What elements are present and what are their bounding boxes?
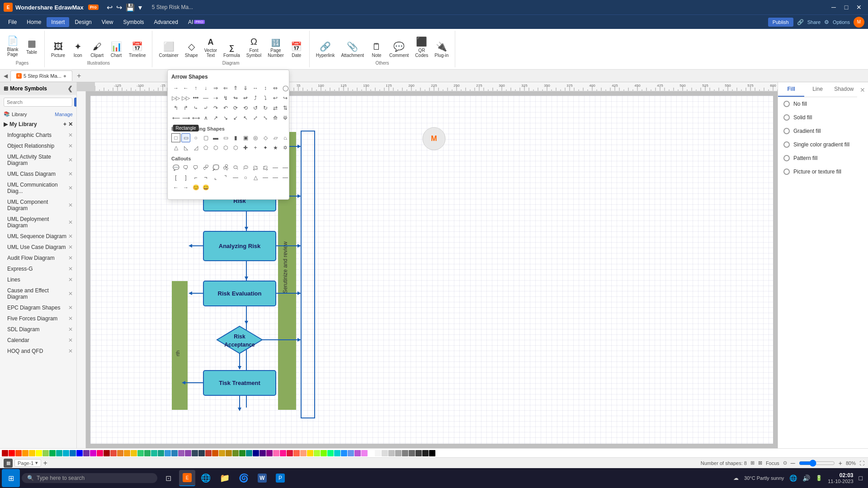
hoq-close[interactable]: ✕ bbox=[68, 348, 73, 354]
menu-ai[interactable]: AI PRO bbox=[184, 17, 209, 27]
arrow-9[interactable]: ↔ bbox=[251, 84, 260, 93]
menu-symbols[interactable]: Symbols bbox=[119, 17, 149, 27]
color-swatch-17[interactable] bbox=[117, 450, 123, 456]
callout-12[interactable]: — bbox=[281, 163, 290, 172]
sidebar-item-object-rel[interactable]: Object Relationship ✕ bbox=[0, 141, 76, 151]
arrow-33[interactable]: ↺ bbox=[251, 103, 260, 113]
arrow-18[interactable]: ↯ bbox=[221, 94, 230, 103]
arrow-1[interactable]: → bbox=[171, 84, 180, 93]
callout-18[interactable]: ⌝ bbox=[221, 173, 230, 182]
color-swatch-16[interactable] bbox=[110, 450, 117, 456]
color-swatch-24[interactable] bbox=[165, 450, 171, 456]
color-swatch-11[interactable] bbox=[76, 450, 83, 456]
color-swatch-53[interactable] bbox=[361, 450, 368, 456]
color-swatch-46[interactable] bbox=[314, 450, 320, 456]
infographic-close[interactable]: ✕ bbox=[68, 132, 73, 138]
color-swatch-26[interactable] bbox=[178, 450, 184, 456]
arrow-5[interactable]: ⇒ bbox=[211, 84, 220, 93]
local-backup-btn[interactable]: ▾ bbox=[137, 2, 143, 13]
callout-27[interactable]: 😊 bbox=[191, 183, 200, 192]
taskbar-edrawmax[interactable]: E bbox=[179, 470, 195, 486]
right-triangle-shape[interactable]: ◺ bbox=[181, 143, 190, 152]
options-btn[interactable]: Options bbox=[833, 19, 850, 25]
sidebar-item-uml-sequence[interactable]: UML Sequence Diagram ✕ bbox=[0, 231, 76, 242]
sidebar-item-five-forces[interactable]: Five Forces Diagram ✕ bbox=[0, 313, 76, 324]
color-swatch-45[interactable] bbox=[307, 450, 313, 456]
color-swatch-47[interactable] bbox=[321, 450, 327, 456]
star6-shape[interactable]: ✡ bbox=[281, 143, 290, 152]
callout-25[interactable]: ← bbox=[171, 183, 180, 192]
sdl-close[interactable]: ✕ bbox=[68, 326, 73, 333]
arrow-25[interactable]: ↰ bbox=[171, 103, 180, 113]
color-swatch-36[interactable] bbox=[246, 450, 252, 456]
sidebar-item-uml-class[interactable]: UML Class Diagram ✕ bbox=[0, 169, 76, 179]
color-swatch-55[interactable] bbox=[375, 450, 381, 456]
sidebar-item-lines[interactable]: Lines ✕ bbox=[0, 274, 76, 285]
arrow-45[interactable]: ⤢ bbox=[251, 113, 260, 122]
sidebar-item-uml-activity[interactable]: UML Activity State Diagram ✕ bbox=[0, 151, 76, 169]
icon-btn[interactable]: ✦ Icon bbox=[69, 39, 87, 60]
callout-13[interactable]: [ bbox=[171, 173, 180, 182]
color-swatch-18[interactable] bbox=[124, 450, 130, 456]
callout-28[interactable]: 😀 bbox=[201, 183, 210, 192]
rect-filled-shape[interactable]: ▭ Rectangle bbox=[181, 133, 190, 142]
chart-btn[interactable]: 📊 Chart bbox=[107, 39, 125, 60]
sidebar-item-calendar[interactable]: Calendar ✕ bbox=[0, 335, 76, 346]
lines-close[interactable]: ✕ bbox=[68, 277, 73, 283]
color-swatch-5[interactable] bbox=[36, 450, 42, 456]
shape-btn[interactable]: ◇ Shape bbox=[182, 39, 201, 60]
arrow-22[interactable]: ⤵ bbox=[261, 94, 270, 103]
color-swatch-52[interactable] bbox=[354, 450, 361, 456]
color-swatch-50[interactable] bbox=[341, 450, 347, 456]
task-view-btn[interactable]: ⊡ bbox=[159, 469, 177, 487]
triangle-shape[interactable]: △ bbox=[171, 143, 180, 152]
color-swatch-57[interactable] bbox=[388, 450, 395, 456]
actual-size-btn[interactable]: ⊙ bbox=[783, 460, 787, 466]
picture-texture-fill-option[interactable]: Picture or texture fill bbox=[778, 165, 868, 178]
view-toggle-btn[interactable]: ▦ bbox=[4, 459, 13, 468]
qr-codes-btn[interactable]: ⬛ QRCodes bbox=[412, 34, 431, 60]
parallelogram-shape[interactable]: ▱ bbox=[271, 133, 280, 142]
callout-23[interactable]: — bbox=[271, 173, 280, 182]
arrow-38[interactable]: ⟶ bbox=[181, 113, 190, 122]
color-swatch-3[interactable] bbox=[22, 450, 28, 456]
cross-shape[interactable]: ✚ bbox=[241, 143, 250, 152]
arrow-20[interactable]: ↫ bbox=[241, 94, 250, 103]
menu-file[interactable]: File bbox=[4, 17, 21, 27]
color-swatch-44[interactable] bbox=[300, 450, 307, 456]
callout-19[interactable]: — bbox=[231, 173, 240, 182]
color-swatch-13[interactable] bbox=[90, 450, 96, 456]
arrow-13[interactable]: ▷▷ bbox=[171, 94, 180, 103]
arrow-23[interactable]: ↩ bbox=[271, 94, 280, 103]
callout-22[interactable]: — bbox=[261, 173, 270, 182]
arrow-27[interactable]: ⤷ bbox=[191, 103, 200, 113]
color-swatch-54[interactable] bbox=[368, 450, 374, 456]
trapezoid-shape[interactable]: ⏢ bbox=[281, 133, 290, 142]
zoom-in-btn[interactable]: + bbox=[839, 460, 842, 467]
color-swatch-2[interactable] bbox=[15, 450, 22, 456]
arrow-39[interactable]: ⟷ bbox=[191, 113, 200, 122]
sidebar-item-uml-usecase[interactable]: UML Use Case Diagram ✕ bbox=[0, 242, 76, 253]
container-btn[interactable]: ⬜ Container bbox=[156, 39, 181, 60]
color-swatch-8[interactable] bbox=[56, 450, 62, 456]
arrow-46[interactable]: ⤡ bbox=[261, 113, 270, 122]
horiz-rect-shape[interactable]: ▬ bbox=[211, 133, 220, 142]
color-swatch-63[interactable] bbox=[429, 450, 435, 456]
heptagon-shape[interactable]: ⬡ bbox=[221, 143, 230, 152]
callout-14[interactable]: ] bbox=[181, 173, 190, 182]
single-color-gradient-fill-option[interactable]: Single color gradient fill bbox=[778, 138, 868, 151]
note-btn[interactable]: 🗒 Note bbox=[368, 40, 386, 60]
arrow-17[interactable]: ⇢ bbox=[211, 94, 220, 103]
taskbar-explorer[interactable]: 📁 bbox=[216, 470, 233, 486]
rect-shape[interactable]: □ bbox=[171, 133, 180, 142]
arrow-29[interactable]: ↷ bbox=[211, 103, 220, 113]
arrow-16[interactable]: — bbox=[201, 94, 210, 103]
arrow-42[interactable]: ↘ bbox=[221, 113, 230, 122]
menu-advanced[interactable]: Advanced bbox=[150, 17, 183, 27]
color-swatch-22[interactable] bbox=[151, 450, 157, 456]
arrow-21[interactable]: ⤴ bbox=[251, 94, 260, 103]
color-swatch-28[interactable] bbox=[192, 450, 198, 456]
arrow-7[interactable]: ⇑ bbox=[231, 84, 240, 93]
callout-20[interactable]: ○ bbox=[241, 173, 250, 182]
arrow-24[interactable]: ↪ bbox=[281, 94, 290, 103]
